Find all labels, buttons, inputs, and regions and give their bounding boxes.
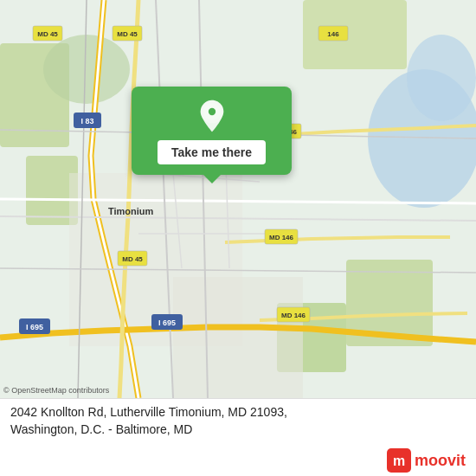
svg-point-2 (407, 35, 476, 121)
svg-rect-10 (173, 277, 303, 398)
svg-point-44 (208, 108, 215, 115)
address-text: 2042 Knollton Rd, Lutherville Timonium, … (10, 404, 466, 438)
timonium-label: Timonium (108, 206, 153, 216)
take-me-there-button[interactable]: Take me there (158, 140, 266, 164)
svg-text:146: 146 (327, 30, 339, 38)
map-container: I 83 I 695 I 695 MD 45 MD 45 MD 45 146 M… (0, 0, 476, 398)
svg-text:I 695: I 695 (26, 323, 43, 331)
svg-text:MD 45: MD 45 (117, 30, 138, 38)
svg-text:MD 146: MD 146 (281, 312, 306, 319)
footer: 2042 Knollton Rd, Lutherville Timonium, … (0, 398, 476, 476)
svg-text:I 83: I 83 (80, 117, 93, 125)
moovit-logo: m moovit (387, 448, 466, 473)
svg-point-8 (43, 35, 130, 104)
moovit-text: moovit (415, 452, 466, 470)
map-popup: Take me there (132, 87, 292, 175)
map-copyright: © OpenStreetMap contributors (3, 386, 109, 395)
svg-text:m: m (393, 453, 405, 468)
svg-text:MD 146: MD 146 (269, 234, 294, 241)
svg-text:MD 45: MD 45 (122, 255, 143, 263)
moovit-brand-icon: m (387, 448, 411, 473)
svg-text:I 695: I 695 (158, 318, 176, 327)
location-pin-icon (195, 99, 229, 133)
svg-text:MD 45: MD 45 (37, 30, 58, 38)
